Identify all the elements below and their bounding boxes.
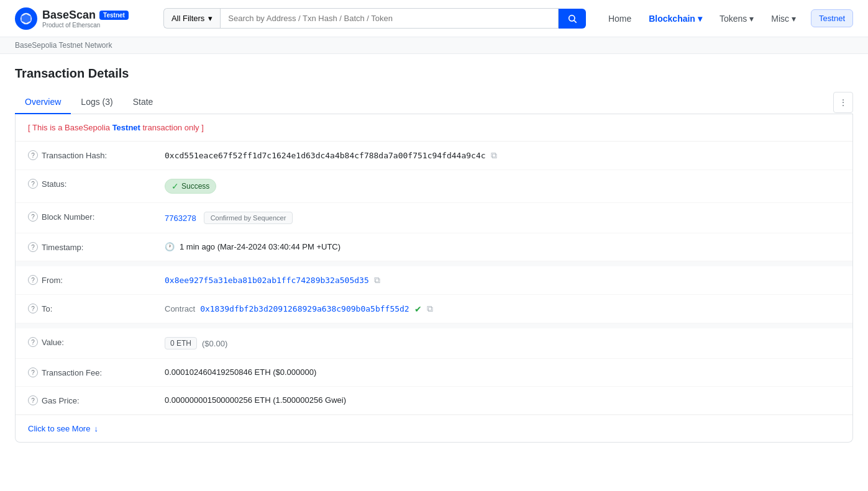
divider-1 — [16, 261, 852, 266]
tokens-chevron-icon: ▾ — [749, 14, 754, 24]
gas-price-value: 0.000000001500000256 ETH (1.500000256 Gw… — [165, 395, 840, 405]
help-icon-value[interactable]: ? — [28, 337, 38, 347]
sub-header: BaseSepolia Testnet Network — [0, 37, 868, 54]
logo-sub: Product of Etherscan — [42, 22, 129, 29]
help-icon-txhash[interactable]: ? — [28, 150, 38, 160]
to-value: Contract 0x1839dfbf2b3d2091268929a638c90… — [165, 304, 840, 314]
help-icon-to[interactable]: ? — [28, 304, 38, 313]
block-number-link[interactable]: 7763278 — [165, 214, 196, 223]
nav-home[interactable]: Home — [601, 9, 639, 29]
copy-txhash-icon[interactable]: ⧉ — [491, 150, 497, 161]
transaction-fee-label: ? Transaction Fee: — [28, 367, 165, 377]
verified-icon: ✔ — [414, 304, 422, 314]
timestamp-value: 🕐 1 min ago (Mar-24-2024 03:40:44 PM +UT… — [165, 242, 840, 251]
testnet-button[interactable]: Testnet — [811, 9, 853, 27]
transaction-fee-row: ? Transaction Fee: 0.000102460419250846 … — [16, 359, 852, 387]
help-icon-status[interactable]: ? — [28, 179, 38, 189]
help-icon-fee[interactable]: ? — [28, 367, 38, 377]
header: BaseScan Testnet Product of Etherscan Al… — [0, 0, 868, 37]
tabs-bar: Overview Logs (3) State ⋮ — [15, 91, 853, 114]
transaction-hash-value: 0xcd551eace67f52ff1d7c1624e1d63dc4a4b84c… — [165, 150, 840, 161]
block-number-value: 7763278 Confirmed by Sequencer — [165, 212, 840, 224]
tab-state[interactable]: State — [123, 91, 163, 114]
misc-chevron-icon: ▾ — [792, 14, 796, 24]
from-label: ? From: — [28, 275, 165, 285]
filter-button[interactable]: All Filters ▾ — [163, 8, 220, 29]
nav-misc[interactable]: Misc ▾ — [764, 9, 803, 29]
usd-value: ($0.00) — [202, 339, 227, 348]
help-icon-from[interactable]: ? — [28, 275, 38, 285]
arrow-down-icon: ↓ — [94, 424, 98, 433]
tab-options-button[interactable]: ⋮ — [833, 92, 853, 113]
to-row: ? To: Contract 0x1839dfbf2b3d2091268929a… — [16, 295, 852, 323]
testnet-notice: [ This is a BaseSepolia Testnet transact… — [16, 114, 852, 142]
page-content: Transaction Details Overview Logs (3) St… — [0, 54, 868, 455]
to-label: ? To: — [28, 304, 165, 313]
copy-to-icon[interactable]: ⧉ — [427, 304, 433, 314]
status-row: ? Status: ✓ Success — [16, 170, 852, 203]
dots-icon: ⋮ — [839, 97, 847, 107]
help-icon-timestamp[interactable]: ? — [28, 242, 38, 252]
gas-price-label: ? Gas Price: — [28, 395, 165, 405]
from-value: 0x8ee927f5a31eba81b02ab1ffc74289b32a505d… — [165, 275, 840, 286]
help-icon-block[interactable]: ? — [28, 212, 38, 222]
success-dot-icon: ✓ — [171, 181, 179, 191]
timestamp-row: ? Timestamp: 🕐 1 min ago (Mar-24-2024 03… — [16, 233, 852, 261]
logo-text: BaseScan Testnet Product of Etherscan — [42, 9, 129, 29]
status-badge: ✓ Success — [165, 179, 216, 194]
blockchain-chevron-icon: ▾ — [698, 14, 702, 24]
tab-logs[interactable]: Logs (3) — [71, 91, 122, 114]
value-label: ? Value: — [28, 337, 165, 347]
block-number-label: ? Block Number: — [28, 212, 165, 222]
transaction-hash-label: ? Transaction Hash: — [28, 150, 165, 160]
divider-2 — [16, 323, 852, 328]
from-address-link[interactable]: 0x8ee927f5a31eba81b02ab1ffc74289b32a505d… — [165, 276, 369, 285]
nav-blockchain[interactable]: Blockchain ▾ — [641, 9, 710, 29]
block-number-row: ? Block Number: 7763278 Confirmed by Seq… — [16, 203, 852, 233]
clock-icon: 🕐 — [165, 242, 175, 251]
eth-badge: 0 ETH — [165, 337, 197, 349]
testnet-badge: Testnet — [99, 11, 129, 20]
transaction-hash-text: 0xcd551eace67f52ff1d7c1624e1d63dc4a4b84c… — [165, 151, 486, 160]
gas-price-row: ? Gas Price: 0.000000001500000256 ETH (1… — [16, 387, 852, 415]
value-amount: 0 ETH ($0.00) — [165, 337, 840, 349]
search-button[interactable] — [559, 9, 586, 29]
content-panel: [ This is a BaseSepolia Testnet transact… — [15, 114, 853, 443]
tab-overview[interactable]: Overview — [15, 91, 71, 114]
help-icon-gas[interactable]: ? — [28, 395, 38, 405]
chevron-down-icon: ▾ — [208, 14, 212, 23]
status-label: ? Status: — [28, 179, 165, 189]
page-title: Transaction Details — [15, 66, 853, 81]
see-more-link[interactable]: Click to see More ↓ — [16, 415, 852, 442]
nav-tokens[interactable]: Tokens ▾ — [712, 9, 761, 29]
logo-name: BaseScan Testnet — [42, 9, 129, 22]
logo-icon — [15, 7, 37, 30]
svg-line-2 — [574, 20, 577, 23]
transaction-hash-row: ? Transaction Hash: 0xcd551eace67f52ff1d… — [16, 142, 852, 170]
value-row: ? Value: 0 ETH ($0.00) — [16, 328, 852, 359]
contract-label: Contract — [165, 304, 195, 313]
nav-area: Home Blockchain ▾ Tokens ▾ Misc ▾ Testne… — [601, 9, 853, 29]
from-row: ? From: 0x8ee927f5a31eba81b02ab1ffc74289… — [16, 266, 852, 295]
svg-point-1 — [569, 15, 575, 20]
confirmed-badge: Confirmed by Sequencer — [204, 212, 293, 224]
timestamp-label: ? Timestamp: — [28, 242, 165, 252]
transaction-fee-value: 0.000102460419250846 ETH ($0.000000) — [165, 367, 840, 377]
to-address-link[interactable]: 0x1839dfbf2b3d2091268929a638c909b0a5bff5… — [200, 304, 409, 313]
search-input[interactable] — [220, 8, 559, 29]
status-value: ✓ Success — [165, 179, 840, 194]
copy-from-icon[interactable]: ⧉ — [374, 275, 380, 286]
search-area: All Filters ▾ — [163, 8, 586, 29]
logo-area: BaseScan Testnet Product of Etherscan — [15, 7, 129, 30]
